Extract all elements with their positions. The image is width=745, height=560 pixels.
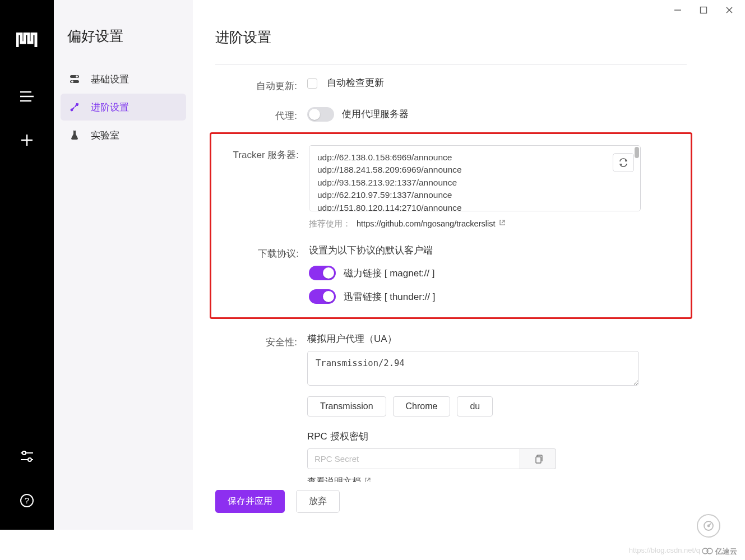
settings-sidebar: 偏好设置 基础设置 进阶设置 实验室	[54, 0, 193, 530]
tracker-hint: 推荐使用： https://github.com/ngosang/tracker…	[309, 219, 685, 229]
svg-rect-20	[536, 457, 541, 463]
rpc-secret-input[interactable]	[307, 448, 520, 469]
svg-point-12	[28, 458, 31, 461]
ua-preset-du[interactable]: du	[457, 396, 493, 416]
window-close[interactable]	[724, 4, 735, 16]
window-maximize[interactable]	[698, 4, 709, 16]
sidebar-title: 偏好设置	[61, 27, 186, 45]
rpc-copy-button[interactable]	[520, 448, 556, 469]
ua-heading: 模拟用户代理（UA）	[307, 332, 687, 345]
sidebar-item-advanced[interactable]: 进阶设置	[61, 94, 186, 121]
thunder-label: 迅雷链接 [ thunder:// ]	[344, 290, 435, 303]
add-icon[interactable]	[20, 133, 34, 149]
menu-icon[interactable]	[19, 90, 35, 104]
autoupdate-label: 自动更新:	[215, 76, 307, 92]
proxy-text: 使用代理服务器	[342, 108, 409, 121]
svg-point-19	[71, 109, 73, 111]
ua-preset-chrome[interactable]: Chrome	[393, 396, 451, 416]
app-logo	[16, 28, 38, 53]
external-link-icon	[499, 219, 506, 228]
sliders-icon	[68, 75, 81, 84]
autoupdate-text: 自动检查更新	[327, 77, 384, 88]
help-icon[interactable]: ?	[20, 493, 34, 510]
speedometer-icon[interactable]	[697, 514, 720, 538]
ua-textarea[interactable]	[307, 351, 639, 386]
protocol-desc: 设置为以下协议的默认客户端	[309, 244, 685, 257]
tracker-link[interactable]: https://github.com/ngosang/trackerslist	[357, 219, 495, 228]
svg-rect-1	[701, 7, 707, 13]
main-panel: 进阶设置 自动更新: 自动检查更新 代理: 使用代理服务器	[193, 0, 709, 530]
proxy-switch[interactable]	[307, 107, 334, 122]
flask-icon	[68, 130, 81, 140]
svg-text:?: ?	[25, 496, 29, 505]
tracker-scrollbar[interactable]	[635, 147, 639, 158]
page-title: 进阶设置	[215, 28, 687, 47]
sidebar-item-label: 基础设置	[91, 73, 129, 86]
settings-icon[interactable]	[20, 450, 34, 464]
tools-icon	[68, 102, 81, 112]
ua-preset-transmission[interactable]: Transmission	[307, 396, 386, 416]
magnet-label: 磁力链接 [ magnet:// ]	[344, 267, 435, 280]
svg-point-22	[708, 525, 710, 527]
protocol-label: 下载协议:	[217, 244, 309, 304]
discard-button[interactable]: 放弃	[296, 490, 340, 513]
sidebar-item-label: 进阶设置	[91, 101, 129, 114]
rpc-doc-link[interactable]: 查看说明文档	[307, 476, 687, 482]
sidebar-item-lab[interactable]: 实验室	[61, 122, 186, 149]
autoupdate-checkbox[interactable]	[307, 78, 317, 89]
magnet-switch[interactable]	[309, 266, 336, 280]
window-minimize[interactable]	[672, 4, 683, 16]
rpc-heading: RPC 授权密钥	[307, 430, 687, 443]
tracker-label: Tracker 服务器:	[217, 145, 309, 161]
tracker-textarea[interactable]	[309, 145, 641, 211]
tracker-sync-button[interactable]	[613, 153, 634, 172]
external-link-icon	[364, 476, 371, 482]
svg-point-10	[22, 451, 26, 455]
svg-point-16	[76, 76, 78, 78]
watermark-text: https://blog.csdn.net/q	[629, 546, 700, 554]
sidebar-item-basic[interactable]: 基础设置	[61, 66, 186, 92]
highlight-box: Tracker 服务器: 推荐使用： https://github.com/ng…	[210, 132, 692, 319]
thunder-switch[interactable]	[309, 289, 336, 304]
save-button[interactable]: 保存并应用	[215, 490, 285, 513]
svg-point-18	[71, 81, 73, 83]
sidebar-item-label: 实验室	[91, 129, 119, 142]
watermark-brand: 亿速云	[702, 547, 737, 557]
proxy-label: 代理:	[215, 106, 307, 122]
footer: 保存并应用 放弃	[193, 482, 709, 530]
nav-rail: ?	[0, 0, 54, 530]
security-label: 安全性:	[215, 332, 307, 349]
